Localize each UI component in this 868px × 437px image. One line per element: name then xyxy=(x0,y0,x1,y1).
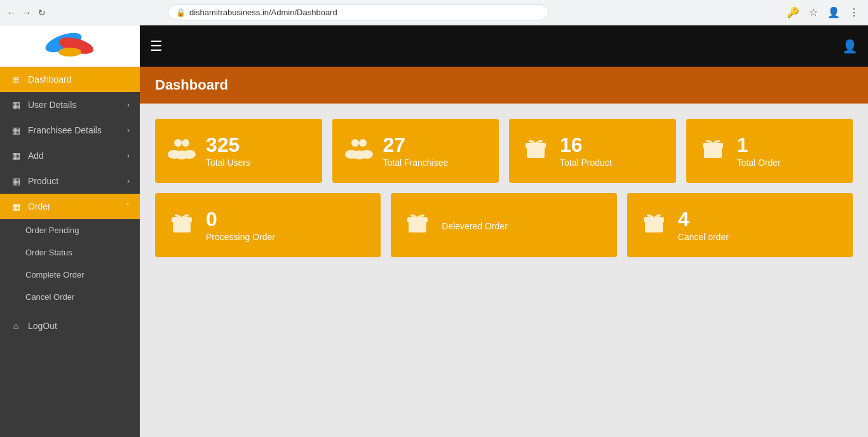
total-order-number: 1 xyxy=(737,134,781,156)
page-header: Dashboard xyxy=(140,67,868,104)
processing-order-label: Processing Order xyxy=(206,232,275,242)
sidebar-item-dashboard-label: Dashboard xyxy=(28,74,72,84)
users-icon xyxy=(168,134,196,168)
total-franchisee-label: Total Franchisee xyxy=(383,158,449,168)
sidebar-navigation: ⊞ Dashboard ▦ User Details › ▦ Franchise… xyxy=(0,67,140,437)
stats-row-1: 325 Total Users xyxy=(155,119,853,183)
top-bar: ☰ 👤 xyxy=(140,25,868,67)
stat-card-total-franchisee: 27 Total Franchisee xyxy=(332,119,499,183)
chevron-right-icon-4: › xyxy=(127,177,130,185)
stat-card-cancel-order: 4 Cancel order xyxy=(627,193,853,257)
sidebar-item-logout[interactable]: ⌂ LogOut xyxy=(0,313,140,339)
main-content: ☰ 👤 Dashboard xyxy=(140,25,868,437)
svg-rect-15 xyxy=(534,143,537,158)
total-product-label: Total Product xyxy=(560,158,612,168)
stats-row-2: 0 Processing Order xyxy=(155,193,853,257)
chevron-down-icon: ˅ xyxy=(126,202,130,211)
total-product-number: 16 xyxy=(560,134,612,156)
stat-card-total-users: 325 Total Users xyxy=(155,119,322,183)
chevron-right-icon-3: › xyxy=(127,151,130,160)
order-status-label: Order Status xyxy=(25,248,72,257)
product-gift-icon xyxy=(522,134,550,168)
sidebar-item-dashboard[interactable]: ⊞ Dashboard xyxy=(0,67,140,92)
dashboard-icon: ⊞ xyxy=(10,74,22,84)
stat-card-processing-order: 0 Processing Order xyxy=(155,193,381,257)
sidebar-item-cancel-order[interactable]: Cancel Order xyxy=(0,286,140,308)
complete-order-label: Complete Order xyxy=(25,270,84,279)
sidebar: ⊞ Dashboard ▦ User Details › ▦ Franchise… xyxy=(0,25,140,437)
delivered-order-label: Delevered Order xyxy=(442,221,508,231)
sidebar-item-order[interactable]: ▦ Order ˅ xyxy=(0,194,140,219)
order-gift-icon xyxy=(699,134,727,168)
svg-point-7 xyxy=(175,151,188,159)
sidebar-item-user-details[interactable]: ▦ User Details › xyxy=(0,92,140,118)
dashboard-body: 325 Total Users xyxy=(140,104,868,437)
user-details-icon: ▦ xyxy=(10,100,22,110)
stat-card-cancel-info: 4 Cancel order xyxy=(678,208,729,242)
lock-icon: 🔒 xyxy=(176,8,186,17)
svg-rect-27 xyxy=(653,217,655,232)
order-icon: ▦ xyxy=(10,201,22,212)
svg-rect-24 xyxy=(416,217,419,232)
sidebar-item-user-details-label: User Details xyxy=(28,100,76,110)
product-icon: ▦ xyxy=(10,176,22,186)
total-users-label: Total Users xyxy=(206,158,250,168)
franchisee-icon: ▦ xyxy=(10,125,22,135)
app-container: ⊞ Dashboard ▦ User Details › ▦ Franchise… xyxy=(0,25,868,437)
user-avatar-icon: 👤 xyxy=(842,39,858,54)
stat-card-users-info: 325 Total Users xyxy=(206,134,250,168)
password-icon[interactable]: 🔑 xyxy=(785,5,801,20)
cancel-order-label: Cancel Order xyxy=(25,292,74,302)
svg-rect-18 xyxy=(712,143,714,158)
menu-icon[interactable]: ⋮ xyxy=(846,5,862,20)
sidebar-item-add[interactable]: ▦ Add › xyxy=(0,143,140,168)
browser-chrome: ← → ↻ 🔒 dishamitrabusiness.in/Admin/Dash… xyxy=(0,0,868,25)
forward-button[interactable]: → xyxy=(22,8,32,18)
svg-point-4 xyxy=(182,139,189,147)
svg-point-2 xyxy=(58,48,81,57)
delivered-gift-icon xyxy=(403,208,431,242)
order-pending-label: Order Pending xyxy=(25,225,79,235)
stat-card-franchisee-info: 27 Total Franchisee xyxy=(383,134,449,168)
svg-point-3 xyxy=(174,139,182,147)
svg-point-9 xyxy=(359,139,367,147)
sidebar-item-order-status[interactable]: Order Status xyxy=(0,241,140,264)
stat-card-total-product: 16 Total Product xyxy=(509,119,676,183)
hamburger-icon: ☰ xyxy=(150,38,163,54)
svg-rect-21 xyxy=(180,217,183,232)
profile-icon[interactable]: 👤 xyxy=(826,5,841,20)
franchisee-users-icon xyxy=(345,134,373,168)
stat-card-total-order: 1 Total Order xyxy=(686,119,853,183)
sidebar-item-order-label: Order xyxy=(28,201,51,212)
stat-card-delivered-info: Delevered Order xyxy=(442,220,508,231)
hamburger-button[interactable]: ☰ xyxy=(150,38,163,55)
sidebar-item-product[interactable]: ▦ Product › xyxy=(0,168,140,194)
address-bar[interactable]: 🔒 dishamitrabusiness.in/Admin/Dashboard xyxy=(168,4,549,20)
stat-card-processing-info: 0 Processing Order xyxy=(206,208,275,242)
page-title: Dashboard xyxy=(155,77,853,93)
sidebar-item-add-label: Add xyxy=(28,151,44,161)
chevron-right-icon: › xyxy=(127,100,130,109)
cancel-order-label: Cancel order xyxy=(678,232,729,242)
sidebar-item-product-label: Product xyxy=(28,176,58,186)
sidebar-item-logout-label: LogOut xyxy=(28,321,57,331)
svg-point-8 xyxy=(351,139,359,147)
sidebar-item-complete-order[interactable]: Complete Order xyxy=(0,264,140,286)
total-franchisee-number: 27 xyxy=(383,134,449,156)
total-users-number: 325 xyxy=(206,134,250,156)
sidebar-item-franchisee-label: Franchisee Details xyxy=(28,125,102,135)
sidebar-item-order-pending[interactable]: Order Pending xyxy=(0,219,140,241)
processing-gift-icon xyxy=(168,208,196,242)
logo-image xyxy=(41,30,98,62)
stat-card-product-info: 16 Total Product xyxy=(560,134,612,168)
total-order-label: Total Order xyxy=(737,158,781,168)
add-icon: ▦ xyxy=(10,151,22,161)
svg-point-12 xyxy=(353,151,365,159)
bookmark-icon[interactable]: ☆ xyxy=(806,5,821,20)
stat-card-delivered-order: Delevered Order xyxy=(391,193,616,257)
back-button[interactable]: ← xyxy=(6,8,17,18)
cancel-order-number: 4 xyxy=(678,208,729,231)
reload-button[interactable]: ↻ xyxy=(37,8,47,18)
sidebar-item-franchisee-details[interactable]: ▦ Franchisee Details › xyxy=(0,118,140,143)
chevron-right-icon-2: › xyxy=(127,126,130,135)
